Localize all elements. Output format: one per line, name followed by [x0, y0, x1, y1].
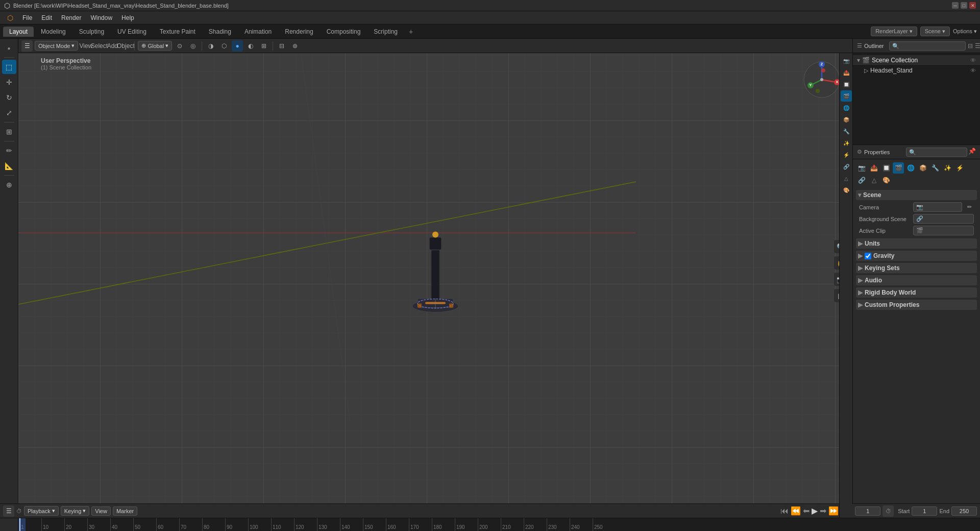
select-tool-button[interactable]: ⬚	[2, 60, 16, 74]
playback-dropdown[interactable]: Playback ▾	[24, 506, 59, 516]
material-preview-btn[interactable]: ◐	[245, 40, 256, 52]
add-workspace-button[interactable]: +	[405, 26, 417, 37]
menu-blender[interactable]: ⬡	[3, 13, 17, 23]
minimize-button[interactable]: ─	[952, 2, 959, 9]
tab-uv-editing[interactable]: UV Editing	[111, 27, 153, 37]
tab-layout[interactable]: Layout	[3, 27, 34, 37]
active-clip-value[interactable]: 🎬	[913, 226, 974, 235]
prop-tab-view-layer[interactable]: 🔲	[880, 162, 892, 174]
solid-btn[interactable]: ●	[232, 40, 243, 52]
menu-file[interactable]: File	[18, 13, 36, 22]
render-layer-dropdown[interactable]: RenderLayer ▾	[871, 27, 917, 36]
tab-modeling[interactable]: Modeling	[35, 27, 72, 37]
object-mode-dropdown[interactable]: Object Mode ▾	[35, 41, 78, 51]
menu-render[interactable]: Render	[57, 13, 85, 22]
headset-stand-eye-icon[interactable]: 👁	[970, 67, 976, 74]
viewport-select-btn[interactable]: Select	[93, 40, 105, 52]
prop-sidebar-particles[interactable]: ✨	[841, 137, 852, 149]
tab-texture-paint[interactable]: Texture Paint	[154, 27, 202, 37]
prev-frame-btn[interactable]: ⬅	[803, 506, 810, 516]
ruler-track[interactable]: 1 10 20 30 40 50 60 70 80 90 100 110 120…	[18, 518, 980, 531]
move-tool-button[interactable]: ✛	[2, 75, 16, 89]
prop-tab-modifier[interactable]: 🔧	[929, 162, 941, 174]
viewport-menu-button[interactable]: ☰	[21, 40, 33, 52]
outliner-filter-btn[interactable]: ⊟	[968, 42, 973, 50]
prop-sidebar-render[interactable]: 📷	[841, 55, 852, 66]
camera-value[interactable]: 📷	[913, 202, 962, 212]
current-frame-input[interactable]	[855, 506, 880, 516]
gravity-section-header[interactable]: ▶ Gravity	[856, 251, 977, 261]
keying-sets-header[interactable]: ▶ Keying Sets	[856, 263, 977, 273]
audio-section-header[interactable]: ▶ Audio	[856, 275, 977, 285]
tab-shading[interactable]: Shading	[203, 27, 237, 37]
tab-compositing[interactable]: Compositing	[321, 27, 367, 37]
scene-section-header[interactable]: ▾ Scene	[856, 190, 977, 200]
gizmo-svg[interactable]: Z X Y	[801, 59, 842, 100]
outliner-search-input[interactable]	[889, 41, 966, 51]
wireframe-btn[interactable]: ⬡	[218, 40, 230, 52]
eye-icon[interactable]: 👁	[970, 57, 976, 63]
prop-sidebar-physics[interactable]: ⚡	[841, 149, 852, 160]
prop-sidebar-view-layer[interactable]: 🔲	[841, 79, 852, 90]
jump-start-btn[interactable]: ⏮	[780, 506, 789, 516]
tab-sculpting[interactable]: Sculpting	[73, 27, 110, 37]
marker-dropdown[interactable]: Marker	[113, 506, 137, 516]
scale-tool-button[interactable]: ⤢	[2, 106, 16, 120]
rotate-tool-button[interactable]: ↻	[2, 90, 16, 105]
gravity-checkbox[interactable]	[865, 253, 871, 259]
prop-sidebar-constraints[interactable]: 🔗	[841, 161, 852, 172]
rigid-body-world-header[interactable]: ▶ Rigid Body World	[856, 287, 977, 298]
camera-edit-btn[interactable]: ✏	[965, 203, 974, 211]
timeline-view-dropdown[interactable]: View	[91, 506, 111, 516]
timeline-icon[interactable]: ⏱	[16, 508, 22, 514]
prop-sidebar-material[interactable]: 🎨	[841, 184, 852, 196]
custom-properties-header[interactable]: ▶ Custom Properties	[856, 300, 977, 310]
viewport-view-btn[interactable]: View	[80, 40, 91, 52]
proportional-edit-button[interactable]: ◎	[187, 40, 199, 52]
prop-tab-particles[interactable]: ✨	[942, 162, 953, 174]
timeline-ruler[interactable]: 1 10 20 30 40 50 60 70 80 90 100 110 120…	[0, 518, 980, 531]
prop-tab-render[interactable]: 📷	[856, 162, 867, 174]
prop-tab-material[interactable]: 🎨	[880, 175, 892, 186]
render-preview-btn[interactable]: ◑	[205, 40, 216, 52]
play-btn[interactable]: ▶	[812, 506, 818, 516]
global-orientation-dropdown[interactable]: ⊕ Global ▾	[138, 41, 172, 51]
scene-collection-header[interactable]: ▾ 🎬 Scene Collection 👁	[853, 55, 980, 66]
snap-button[interactable]: ⊙	[174, 40, 185, 52]
menu-edit[interactable]: Edit	[37, 13, 56, 22]
prop-sidebar-scene[interactable]: 🎬	[841, 90, 852, 102]
tab-scripting[interactable]: Scripting	[368, 27, 404, 37]
prop-tab-output[interactable]: 📤	[868, 162, 879, 174]
close-button[interactable]: ✕	[969, 2, 976, 9]
prop-sidebar-modifier[interactable]: 🔧	[841, 126, 852, 137]
gizmo-btn[interactable]: ⊛	[289, 40, 301, 52]
prop-sidebar-world[interactable]: 🌐	[841, 102, 852, 113]
tab-rendering[interactable]: Rendering	[279, 27, 319, 37]
menu-window[interactable]: Window	[86, 13, 116, 22]
measure-tool-button[interactable]: 📐	[2, 159, 16, 173]
prop-sidebar-object[interactable]: 📦	[841, 114, 852, 125]
prop-tab-scene[interactable]: 🎬	[893, 162, 904, 174]
overlay-btn[interactable]: ⊟	[276, 40, 287, 52]
menu-help[interactable]: Help	[117, 13, 138, 22]
rendered-btn[interactable]: ⊞	[258, 40, 270, 52]
prop-tab-physics[interactable]: ⚡	[954, 162, 965, 174]
viewport[interactable]: ☰ Object Mode ▾ View Select Add Object ⊕…	[18, 39, 852, 503]
prop-tab-constraints[interactable]: 🔗	[856, 175, 867, 186]
viewport-object-btn[interactable]: Object	[120, 40, 131, 52]
timeline-menu-btn[interactable]: ☰	[3, 505, 14, 517]
timeline-frame-handle[interactable]	[18, 518, 26, 531]
add-object-button[interactable]: ⊕	[2, 178, 16, 192]
scene-dropdown[interactable]: Scene ▾	[920, 27, 950, 36]
end-frame-input[interactable]	[951, 506, 977, 516]
next-frame-btn[interactable]: ➡	[820, 506, 826, 516]
outliner-item-headset-stand[interactable]: ▷ Headset_Stand 👁	[853, 66, 980, 75]
prop-sidebar-data[interactable]: △	[841, 173, 852, 184]
transform-tool-button[interactable]: ⊞	[2, 125, 16, 139]
tab-animation[interactable]: Animation	[238, 27, 278, 37]
annotate-tool-button[interactable]: ✏	[2, 143, 16, 158]
prop-sidebar-output[interactable]: 📤	[841, 67, 852, 78]
jump-prev-btn[interactable]: ⏪	[791, 506, 801, 516]
options-button[interactable]: Options ▾	[953, 28, 977, 35]
start-frame-input[interactable]	[912, 506, 937, 516]
